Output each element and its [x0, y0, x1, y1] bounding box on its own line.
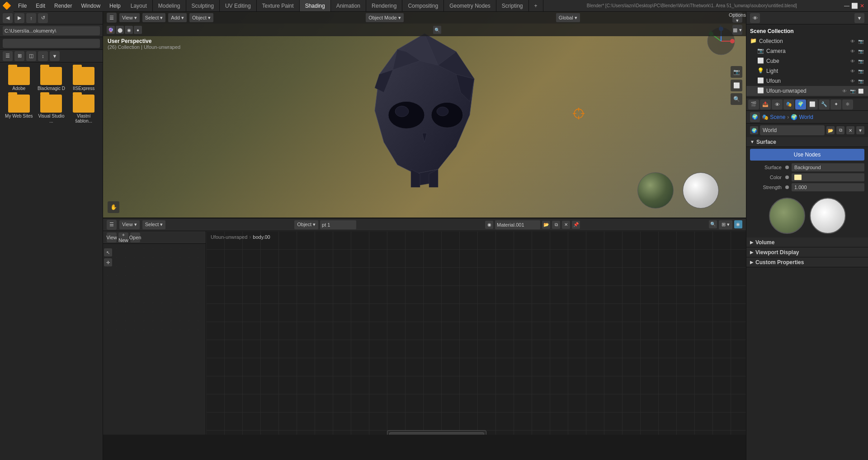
- ufoun-render-btn[interactable]: 📷: [857, 77, 864, 85]
- object-selector-btn[interactable]: Object ▾: [294, 220, 318, 229]
- node-canvas[interactable]: Ufoun-unwraped › body.00 Render Result: [206, 231, 746, 435]
- strength-prop-value[interactable]: 1.000: [792, 183, 864, 191]
- cursor-tool-btn[interactable]: ✛: [104, 258, 112, 266]
- outliner-view-btn[interactable]: 👁: [750, 13, 760, 23]
- volume-section-header[interactable]: ▶ Volume: [746, 237, 868, 247]
- unwraped-vis-btn[interactable]: 👁: [841, 87, 848, 95]
- filter-btn[interactable]: ▼: [50, 51, 60, 61]
- menu-help[interactable]: Help: [105, 0, 125, 11]
- prop-physics-tab[interactable]: ⚛: [842, 100, 853, 109]
- surface-section-header[interactable]: ▼ Surface: [746, 137, 868, 147]
- hdri-sphere[interactable]: [637, 172, 674, 209]
- object-menu-btn[interactable]: Object ▾: [189, 13, 213, 22]
- file-item-adobe[interactable]: Adobe: [5, 67, 33, 91]
- tab-scripting[interactable]: Scripting: [496, 0, 529, 11]
- light-vis-btn[interactable]: 👁: [849, 67, 856, 75]
- camera-render-btn[interactable]: 📷: [857, 47, 864, 55]
- world-close-btn[interactable]: ✕: [846, 126, 854, 134]
- render-preview-btn[interactable]: 🔮: [107, 26, 115, 34]
- prop-modifiers-tab[interactable]: 🔧: [819, 100, 830, 109]
- tab-compositing[interactable]: Compositing: [402, 0, 444, 11]
- tab-rendering[interactable]: Rendering: [366, 0, 402, 11]
- global-btn[interactable]: Global ▾: [556, 13, 580, 22]
- ufoun-vis-btn[interactable]: 👁: [849, 77, 856, 85]
- custom-properties-section-header[interactable]: ▶ Custom Properties: [746, 257, 868, 267]
- minimize-btn[interactable]: —: [844, 3, 849, 9]
- file-item-iis[interactable]: IISExpress: [69, 67, 98, 91]
- collection-item-ufoun-unwraped[interactable]: ⬜ Ufoun-unwraped 👁 📷 ⬜: [746, 86, 868, 96]
- blender-logo-icon[interactable]: 🔶: [0, 0, 14, 12]
- surface-prop-value[interactable]: Background: [792, 163, 864, 171]
- node-view-options[interactable]: ⊞ ▾: [719, 220, 732, 229]
- view-grid-btn[interactable]: ⊞: [14, 51, 24, 61]
- prop-world-tab[interactable]: 🌍: [795, 100, 806, 109]
- breadcrumb-body[interactable]: body.00: [253, 234, 270, 240]
- solid-view-btn[interactable]: ⬤: [116, 26, 124, 34]
- white-sphere[interactable]: [683, 172, 719, 209]
- file-item-visualstudio[interactable]: Visual Studio ...: [37, 95, 66, 123]
- material-icon-btn[interactable]: ◉: [485, 221, 493, 229]
- node-open-btn[interactable]: Open: [130, 232, 140, 242]
- menu-file[interactable]: File: [14, 0, 31, 11]
- color-swatch[interactable]: [794, 175, 802, 180]
- viewport-area[interactable]: ☰ View ▾ Select ▾ Add ▾ Object ▾ Object …: [103, 12, 746, 218]
- unwraped-render-btn[interactable]: 📷: [849, 87, 856, 95]
- nav-back-btn[interactable]: ◀: [3, 13, 13, 23]
- menu-edit[interactable]: Edit: [31, 0, 50, 11]
- options-btn[interactable]: Options ▾: [732, 13, 742, 23]
- prop-view-tab[interactable]: 👁: [772, 100, 783, 109]
- nav-refresh-btn[interactable]: ↺: [38, 13, 48, 23]
- color-prop-value[interactable]: [792, 173, 864, 181]
- viewport-menu-btn[interactable]: ☰: [107, 13, 117, 23]
- prop-header-btn[interactable]: 🌍: [750, 112, 760, 122]
- camera-vis-btn[interactable]: 👁: [849, 47, 856, 55]
- mat-close-btn[interactable]: ✕: [562, 221, 570, 229]
- light-render-btn[interactable]: 📷: [857, 67, 864, 75]
- collection-item-main[interactable]: 📁 Collection 👁 📷: [746, 36, 868, 46]
- prop-scene-tab[interactable]: 🎭: [783, 100, 794, 109]
- select-menu-btn[interactable]: Select ▾: [142, 13, 166, 22]
- cube-render-btn[interactable]: 📷: [857, 57, 864, 65]
- tab-uv-editing[interactable]: UV Editing: [220, 0, 257, 11]
- add-menu-btn[interactable]: Add ▾: [168, 13, 187, 22]
- breadcrumb-ufoun[interactable]: Ufoun-unwraped: [211, 234, 247, 240]
- hand-tool-btn[interactable]: ✋: [108, 201, 119, 213]
- unwraped-more-btn[interactable]: ⬜: [857, 87, 864, 95]
- nav-up-btn[interactable]: ↑: [26, 13, 36, 23]
- collection-item-cube[interactable]: ⬜ Cube 👁 📷: [746, 56, 868, 66]
- file-item-mywebsites[interactable]: My Web Sites: [5, 95, 33, 123]
- node-view-btn[interactable]: View ▾: [119, 220, 140, 229]
- view-icons-btn[interactable]: ◫: [26, 51, 36, 61]
- menu-window[interactable]: Window: [76, 0, 105, 11]
- sort-btn[interactable]: ↕: [38, 51, 48, 61]
- use-nodes-btn[interactable]: Use Nodes: [750, 149, 864, 161]
- search-popup-input[interactable]: [389, 432, 484, 435]
- tab-geometry-nodes[interactable]: Geometry Nodes: [444, 0, 496, 11]
- node-color-btn[interactable]: ◉: [734, 220, 742, 228]
- scene-link[interactable]: 🎭 Scene: [762, 114, 785, 120]
- tab-sculpting[interactable]: Sculpting: [186, 0, 220, 11]
- path-input[interactable]: [3, 26, 100, 35]
- display-mode-btn[interactable]: ▦ ▾: [732, 25, 742, 35]
- nav-forward-btn[interactable]: ▶: [14, 13, 24, 23]
- collection-item-ufoun[interactable]: ⬜ Ufoun 👁 📷: [746, 76, 868, 86]
- camera-view-btn[interactable]: 📷: [731, 66, 742, 78]
- node-select-btn[interactable]: Select ▾: [142, 220, 166, 229]
- tab-animation[interactable]: Animation: [331, 0, 366, 11]
- visibility-btn[interactable]: 👁: [849, 38, 856, 45]
- prop-output-tab[interactable]: 📤: [760, 100, 771, 109]
- view-menu-btn[interactable]: View ▾: [119, 13, 140, 22]
- hdri-thumbnail[interactable]: [769, 198, 805, 234]
- world-icon-btn[interactable]: 🌍: [750, 126, 758, 134]
- world-name-field[interactable]: World: [760, 125, 825, 135]
- tab-texture-paint[interactable]: Texture Paint: [257, 0, 300, 11]
- prop-object-tab[interactable]: ⬜: [807, 100, 818, 109]
- tab-modeling[interactable]: Modeling: [153, 0, 186, 11]
- close-btn[interactable]: ✕: [860, 3, 864, 9]
- mat-pin-btn[interactable]: 📌: [572, 221, 580, 229]
- world-copy-btn[interactable]: ⧉: [836, 126, 844, 134]
- search-btn[interactable]: 🔍: [433, 26, 441, 34]
- zoom-btn[interactable]: 🔍: [731, 93, 742, 105]
- file-search-input[interactable]: [3, 39, 100, 48]
- node-new-btn[interactable]: + New: [118, 232, 128, 242]
